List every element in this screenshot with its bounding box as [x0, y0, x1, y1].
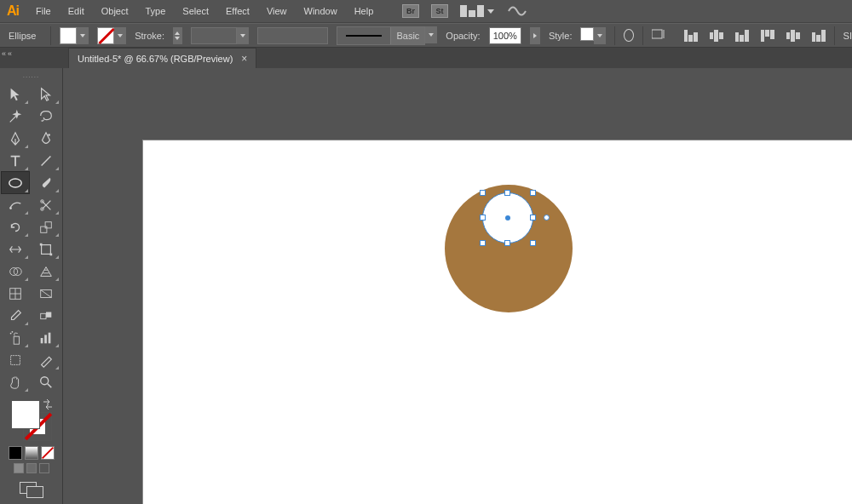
resize-handle[interactable]	[504, 190, 510, 196]
align-right-icon[interactable]	[735, 30, 749, 42]
shape-builder-tool[interactable]	[2, 261, 29, 282]
swap-fill-stroke-icon[interactable]	[42, 398, 54, 410]
zoom-tool[interactable]	[32, 371, 60, 392]
align-vcenter-icon[interactable]	[786, 30, 800, 42]
menu-file[interactable]: File	[36, 6, 51, 16]
opacity-field[interactable]: 100%	[489, 27, 521, 44]
free-transform-tool[interactable]	[32, 238, 60, 260]
gradient-tool[interactable]	[32, 283, 60, 304]
bridge-icon[interactable]: Br	[402, 4, 419, 18]
panel-grip[interactable]: ······	[0, 73, 62, 83]
menu-window[interactable]: Window	[304, 6, 337, 16]
svg-rect-21	[41, 338, 43, 343]
center-point-icon[interactable]	[505, 215, 510, 220]
menu-select[interactable]: Select	[182, 6, 209, 16]
ellipse-tool[interactable]	[2, 172, 29, 193]
svg-point-1	[48, 134, 50, 136]
none-mode-icon[interactable]	[41, 446, 55, 460]
fill-color-control[interactable]	[60, 27, 89, 44]
width-tool[interactable]	[2, 238, 29, 260]
color-mode-row	[0, 444, 62, 461]
column-graph-tool[interactable]	[32, 327, 60, 348]
eyedropper-tool[interactable]	[2, 305, 29, 326]
opacity-stepper[interactable]	[530, 27, 540, 44]
draw-mode-row	[0, 461, 62, 475]
tools-panel: ······	[0, 68, 63, 504]
menu-object[interactable]: Object	[101, 6, 129, 16]
svg-rect-7	[41, 226, 47, 232]
stroke-profile-dropdown[interactable]	[191, 27, 249, 44]
document-tab[interactable]: Untitled-5* @ 66.67% (RGB/Preview) ×	[68, 48, 256, 68]
gradient-mode-icon[interactable]	[25, 446, 38, 460]
menu-view[interactable]: View	[267, 6, 287, 16]
svg-line-2	[42, 156, 51, 165]
slice-tool[interactable]	[32, 349, 60, 370]
symbol-sprayer-tool[interactable]	[2, 327, 29, 348]
document-tab-bar: Untitled-5* @ 66.67% (RGB/Preview) ×	[0, 48, 852, 68]
close-tab-icon[interactable]: ×	[241, 53, 247, 65]
svg-rect-23	[49, 332, 51, 343]
lasso-tool[interactable]	[32, 106, 60, 127]
gpu-preview-icon[interactable]	[506, 4, 528, 18]
collapse-handle-icon[interactable]: ««	[2, 49, 14, 58]
recolor-artwork-icon[interactable]	[624, 29, 634, 42]
resize-handle[interactable]	[480, 190, 486, 196]
graphic-style-dropdown[interactable]: Basic	[337, 26, 437, 45]
artboard[interactable]	[143, 140, 852, 504]
svg-rect-16	[41, 313, 46, 318]
scissors-tool[interactable]	[32, 194, 60, 215]
arrange-documents-icon[interactable]	[460, 5, 494, 17]
resize-handle[interactable]	[530, 190, 536, 196]
draw-inside-icon[interactable]	[39, 463, 49, 473]
align-bottom-icon[interactable]	[812, 30, 826, 42]
document-tab-title: Untitled-5* @ 66.67% (RGB/Preview)	[78, 54, 233, 64]
stock-icon[interactable]: St	[431, 4, 448, 18]
selection-tool[interactable]	[2, 83, 29, 105]
svg-rect-10	[40, 243, 43, 245]
style-swatch-dropdown[interactable]	[580, 27, 606, 44]
type-tool[interactable]	[2, 150, 29, 171]
magic-wand-tool[interactable]	[2, 106, 29, 127]
align-left-icon[interactable]	[684, 30, 698, 42]
stroke-weight-stepper[interactable]	[173, 27, 182, 44]
selected-ellipse-shape[interactable]	[482, 192, 533, 243]
draw-behind-icon[interactable]	[26, 463, 37, 473]
shaper-tool[interactable]	[2, 194, 29, 215]
menu-edit[interactable]: Edit	[68, 6, 84, 16]
menu-effect[interactable]: Effect	[226, 6, 250, 16]
direct-selection-tool[interactable]	[32, 83, 60, 105]
svg-rect-22	[44, 335, 47, 343]
resize-handle[interactable]	[480, 215, 486, 220]
menu-type[interactable]: Type	[146, 6, 166, 16]
pie-widget-handle[interactable]	[544, 215, 550, 220]
perspective-grid-tool[interactable]	[32, 261, 60, 282]
pen-tool[interactable]	[2, 128, 29, 149]
blend-tool[interactable]	[32, 305, 60, 326]
artboard-tool[interactable]	[2, 349, 29, 370]
fill-swatch[interactable]	[11, 400, 40, 429]
curvature-tool[interactable]	[32, 128, 60, 149]
align-to-icon[interactable]	[652, 28, 669, 43]
fill-stroke-control[interactable]	[9, 398, 54, 443]
resize-handle[interactable]	[530, 240, 536, 246]
align-top-icon[interactable]	[761, 30, 774, 42]
align-hcenter-icon[interactable]	[710, 30, 723, 42]
color-mode-icon[interactable]	[9, 446, 22, 460]
svg-line-26	[48, 383, 52, 387]
hand-tool[interactable]	[2, 371, 29, 392]
rotate-tool[interactable]	[2, 216, 29, 238]
draw-normal-icon[interactable]	[14, 463, 24, 473]
stroke-color-control[interactable]	[97, 27, 126, 44]
line-segment-tool[interactable]	[32, 150, 60, 171]
screen-mode-icon[interactable]	[20, 482, 43, 497]
mesh-tool[interactable]	[2, 283, 29, 304]
shape-label-cut: SI	[843, 31, 852, 41]
divider	[614, 26, 615, 45]
menu-help[interactable]: Help	[354, 6, 374, 16]
paintbrush-tool[interactable]	[32, 172, 60, 193]
scale-tool[interactable]	[32, 216, 60, 238]
resize-handle[interactable]	[530, 215, 536, 220]
brush-definition-dropdown[interactable]	[257, 27, 329, 44]
resize-handle[interactable]	[504, 240, 510, 246]
resize-handle[interactable]	[480, 240, 486, 246]
